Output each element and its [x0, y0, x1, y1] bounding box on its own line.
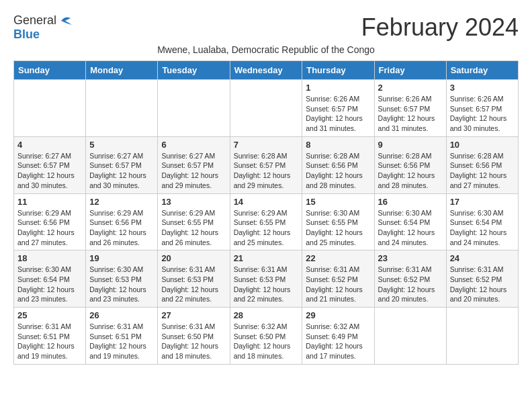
day-info: Sunrise: 6:31 AMSunset: 6:53 PMDaylight:…: [161, 265, 226, 304]
day-number: 21: [234, 253, 299, 263]
table-row: 12Sunrise: 6:29 AMSunset: 6:56 PMDayligh…: [86, 193, 158, 250]
table-row: [158, 80, 230, 137]
day-info: Sunrise: 6:31 AMSunset: 6:53 PMDaylight:…: [234, 265, 299, 304]
day-info: Sunrise: 6:30 AMSunset: 6:55 PMDaylight:…: [306, 208, 370, 248]
day-number: 20: [161, 253, 226, 263]
header-wednesday: Wednesday: [230, 61, 302, 80]
table-row: 29Sunrise: 6:32 AMSunset: 6:49 PMDayligh…: [302, 308, 374, 365]
day-info: Sunrise: 6:30 AMSunset: 6:53 PMDaylight:…: [89, 265, 154, 304]
day-info: Sunrise: 6:29 AMSunset: 6:56 PMDaylight:…: [17, 208, 82, 248]
table-row: 4Sunrise: 6:27 AMSunset: 6:57 PMDaylight…: [14, 136, 86, 193]
calendar-subtitle: Mwene, Lualaba, Democratic Republic of t…: [13, 44, 519, 55]
table-row: [230, 80, 302, 137]
calendar-header-row: Sunday Monday Tuesday Wednesday Thursday…: [14, 61, 519, 80]
day-number: 23: [378, 253, 443, 263]
calendar-week-5: 25Sunrise: 6:31 AMSunset: 6:51 PMDayligh…: [14, 308, 519, 365]
day-number: 11: [17, 197, 82, 207]
table-row: 20Sunrise: 6:31 AMSunset: 6:53 PMDayligh…: [158, 250, 230, 308]
day-info: Sunrise: 6:30 AMSunset: 6:54 PMDaylight:…: [378, 208, 443, 248]
table-row: 26Sunrise: 6:31 AMSunset: 6:51 PMDayligh…: [86, 308, 158, 365]
day-info: Sunrise: 6:29 AMSunset: 6:55 PMDaylight:…: [161, 208, 226, 248]
day-number: 6: [161, 140, 226, 150]
table-row: 3Sunrise: 6:26 AMSunset: 6:57 PMDaylight…: [446, 80, 518, 137]
day-number: 9: [378, 140, 443, 150]
day-info: Sunrise: 6:29 AMSunset: 6:56 PMDaylight:…: [89, 208, 154, 248]
day-info: Sunrise: 6:30 AMSunset: 6:54 PMDaylight:…: [450, 208, 515, 248]
day-number: 18: [17, 253, 82, 263]
day-info: Sunrise: 6:32 AMSunset: 6:49 PMDaylight:…: [306, 322, 370, 361]
day-info: Sunrise: 6:31 AMSunset: 6:51 PMDaylight:…: [89, 322, 154, 361]
day-number: 13: [161, 197, 226, 207]
day-info: Sunrise: 6:31 AMSunset: 6:52 PMDaylight:…: [450, 265, 515, 304]
header-saturday: Saturday: [446, 61, 518, 80]
calendar-table: Sunday Monday Tuesday Wednesday Thursday…: [13, 60, 519, 365]
logo-blue: Blue: [13, 28, 40, 42]
table-row: 27Sunrise: 6:31 AMSunset: 6:50 PMDayligh…: [158, 308, 230, 365]
table-row: [14, 80, 86, 137]
day-info: Sunrise: 6:26 AMSunset: 6:57 PMDaylight:…: [306, 94, 370, 134]
table-row: 23Sunrise: 6:31 AMSunset: 6:52 PMDayligh…: [374, 250, 446, 308]
calendar-week-2: 4Sunrise: 6:27 AMSunset: 6:57 PMDaylight…: [14, 136, 519, 193]
table-row: 13Sunrise: 6:29 AMSunset: 6:55 PMDayligh…: [158, 193, 230, 250]
table-row: 19Sunrise: 6:30 AMSunset: 6:53 PMDayligh…: [86, 250, 158, 308]
day-number: 7: [234, 140, 299, 150]
day-info: Sunrise: 6:31 AMSunset: 6:51 PMDaylight:…: [17, 322, 82, 361]
logo: General Blue: [13, 13, 73, 42]
table-row: 22Sunrise: 6:31 AMSunset: 6:52 PMDayligh…: [302, 250, 374, 308]
day-info: Sunrise: 6:28 AMSunset: 6:57 PMDaylight:…: [234, 151, 299, 191]
calendar-week-1: 1Sunrise: 6:26 AMSunset: 6:57 PMDaylight…: [14, 80, 519, 137]
table-row: 1Sunrise: 6:26 AMSunset: 6:57 PMDaylight…: [302, 80, 374, 137]
day-number: 29: [306, 310, 370, 320]
day-info: Sunrise: 6:27 AMSunset: 6:57 PMDaylight:…: [17, 151, 82, 191]
day-info: Sunrise: 6:31 AMSunset: 6:52 PMDaylight:…: [378, 265, 443, 304]
day-info: Sunrise: 6:29 AMSunset: 6:55 PMDaylight:…: [234, 208, 299, 248]
table-row: 14Sunrise: 6:29 AMSunset: 6:55 PMDayligh…: [230, 193, 302, 250]
table-row: 24Sunrise: 6:31 AMSunset: 6:52 PMDayligh…: [446, 250, 518, 308]
header-thursday: Thursday: [302, 61, 374, 80]
table-row: [86, 80, 158, 137]
table-row: 2Sunrise: 6:26 AMSunset: 6:57 PMDaylight…: [374, 80, 446, 137]
day-number: 2: [378, 83, 443, 93]
day-info: Sunrise: 6:31 AMSunset: 6:52 PMDaylight:…: [306, 265, 370, 304]
table-row: [374, 308, 446, 365]
day-number: 8: [306, 140, 370, 150]
header-sunday: Sunday: [14, 61, 86, 80]
table-row: 16Sunrise: 6:30 AMSunset: 6:54 PMDayligh…: [374, 193, 446, 250]
day-info: Sunrise: 6:27 AMSunset: 6:57 PMDaylight:…: [161, 151, 226, 191]
table-row: [446, 308, 518, 365]
table-row: 9Sunrise: 6:28 AMSunset: 6:56 PMDaylight…: [374, 136, 446, 193]
day-number: 15: [306, 197, 370, 207]
table-row: 5Sunrise: 6:27 AMSunset: 6:57 PMDaylight…: [86, 136, 158, 193]
calendar-week-3: 11Sunrise: 6:29 AMSunset: 6:56 PMDayligh…: [14, 193, 519, 250]
table-row: 18Sunrise: 6:30 AMSunset: 6:54 PMDayligh…: [14, 250, 86, 308]
table-row: 21Sunrise: 6:31 AMSunset: 6:53 PMDayligh…: [230, 250, 302, 308]
header-tuesday: Tuesday: [158, 61, 230, 80]
day-info: Sunrise: 6:26 AMSunset: 6:57 PMDaylight:…: [450, 94, 515, 134]
day-number: 25: [17, 310, 82, 320]
day-info: Sunrise: 6:31 AMSunset: 6:50 PMDaylight:…: [161, 322, 226, 361]
table-row: 11Sunrise: 6:29 AMSunset: 6:56 PMDayligh…: [14, 193, 86, 250]
day-info: Sunrise: 6:30 AMSunset: 6:54 PMDaylight:…: [17, 265, 82, 304]
day-number: 27: [161, 310, 226, 320]
day-number: 22: [306, 253, 370, 263]
day-info: Sunrise: 6:28 AMSunset: 6:56 PMDaylight:…: [378, 151, 443, 191]
day-number: 10: [450, 140, 515, 150]
page-header: General Blue February 2024: [13, 13, 519, 42]
day-number: 14: [234, 197, 299, 207]
day-info: Sunrise: 6:28 AMSunset: 6:56 PMDaylight:…: [450, 151, 515, 191]
day-info: Sunrise: 6:27 AMSunset: 6:57 PMDaylight:…: [89, 151, 154, 191]
day-number: 16: [378, 197, 443, 207]
logo-bird-icon: [58, 15, 73, 26]
table-row: 28Sunrise: 6:32 AMSunset: 6:50 PMDayligh…: [230, 308, 302, 365]
day-number: 12: [89, 197, 154, 207]
table-row: 17Sunrise: 6:30 AMSunset: 6:54 PMDayligh…: [446, 193, 518, 250]
table-row: 15Sunrise: 6:30 AMSunset: 6:55 PMDayligh…: [302, 193, 374, 250]
day-number: 4: [17, 140, 82, 150]
day-number: 19: [89, 253, 154, 263]
day-number: 3: [450, 83, 515, 93]
day-number: 5: [89, 140, 154, 150]
table-row: 10Sunrise: 6:28 AMSunset: 6:56 PMDayligh…: [446, 136, 518, 193]
month-title: February 2024: [361, 13, 519, 42]
header-friday: Friday: [374, 61, 446, 80]
day-number: 17: [450, 197, 515, 207]
